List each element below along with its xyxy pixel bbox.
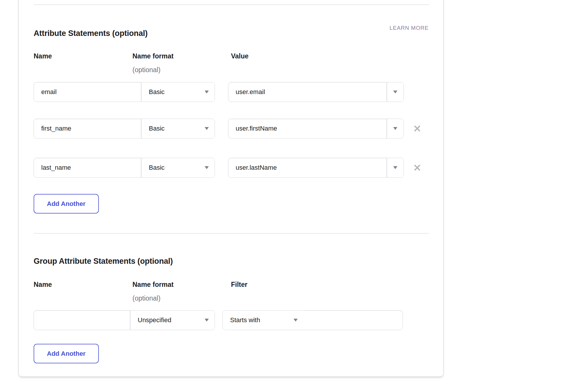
group-name-format-select[interactable]: Unspecified bbox=[130, 311, 215, 330]
close-icon bbox=[413, 124, 422, 133]
filter-type-select[interactable]: Starts with bbox=[223, 311, 303, 330]
chevron-down-icon bbox=[205, 166, 209, 169]
attribute-row: Basic bbox=[34, 119, 422, 138]
saml-settings-card: Attribute Statements (optional) LEARN MO… bbox=[18, 0, 444, 377]
chevron-down-icon bbox=[393, 127, 397, 130]
column-header-filter: Filter bbox=[231, 281, 247, 289]
saml-settings-page: Attribute Statements (optional) LEARN MO… bbox=[0, 0, 583, 392]
value-dropdown-toggle[interactable] bbox=[387, 82, 403, 102]
name-and-format-group: Unspecified bbox=[34, 310, 215, 330]
name-format-select[interactable]: Basic bbox=[141, 82, 215, 102]
section-divider bbox=[34, 4, 429, 5]
section-divider bbox=[34, 233, 429, 234]
chevron-down-icon bbox=[205, 127, 209, 130]
column-header-optional-hint: (optional) bbox=[132, 294, 161, 302]
chevron-down-icon bbox=[393, 166, 397, 169]
attribute-value-input[interactable] bbox=[228, 82, 387, 102]
name-format-select[interactable]: Basic bbox=[141, 119, 215, 138]
add-another-group-attribute-button[interactable]: Add Another bbox=[34, 344, 99, 363]
column-header-name-format: Name format bbox=[132, 52, 174, 60]
remove-row-button[interactable] bbox=[412, 162, 422, 173]
group-name-input[interactable] bbox=[34, 311, 130, 330]
add-another-attribute-button[interactable]: Add Another bbox=[34, 194, 99, 214]
column-header-value: Value bbox=[231, 52, 249, 60]
value-combobox bbox=[228, 158, 404, 178]
chevron-down-icon bbox=[294, 319, 298, 322]
group-attribute-row: Unspecified Starts with bbox=[34, 310, 403, 330]
close-icon bbox=[413, 163, 422, 172]
value-combobox bbox=[228, 82, 404, 102]
attribute-row: Basic bbox=[34, 82, 404, 102]
name-and-format-group: Basic bbox=[34, 119, 215, 138]
attribute-name-input[interactable] bbox=[34, 119, 141, 138]
name-format-select-value: Basic bbox=[142, 125, 165, 132]
remove-row-button[interactable] bbox=[412, 123, 422, 134]
chevron-down-icon bbox=[205, 91, 209, 93]
attribute-name-input[interactable] bbox=[34, 158, 141, 177]
name-format-select-value: Unspecified bbox=[130, 316, 171, 324]
chevron-down-icon bbox=[205, 319, 209, 322]
attribute-value-input[interactable] bbox=[228, 158, 387, 177]
attribute-name-input[interactable] bbox=[34, 82, 141, 102]
column-header-name: Name bbox=[34, 281, 52, 289]
name-format-select-value: Basic bbox=[142, 164, 165, 171]
name-and-format-group: Basic bbox=[34, 82, 215, 102]
column-header-name-format: Name format bbox=[132, 281, 174, 289]
attribute-statements-title: Attribute Statements (optional) bbox=[34, 29, 148, 38]
name-format-select[interactable]: Basic bbox=[141, 158, 215, 177]
name-format-select-value: Basic bbox=[142, 88, 165, 96]
value-dropdown-toggle[interactable] bbox=[387, 158, 403, 177]
attribute-value-input[interactable] bbox=[228, 119, 387, 138]
column-header-name: Name bbox=[34, 52, 52, 60]
learn-more-link[interactable]: LEARN MORE bbox=[389, 25, 429, 31]
value-dropdown-toggle[interactable] bbox=[387, 119, 403, 138]
group-attribute-statements-title: Group Attribute Statements (optional) bbox=[34, 257, 173, 266]
chevron-down-icon bbox=[393, 91, 397, 93]
value-combobox bbox=[228, 119, 404, 138]
name-and-format-group: Basic bbox=[34, 158, 215, 178]
filter-group: Starts with bbox=[222, 310, 403, 330]
filter-value-input[interactable] bbox=[303, 311, 403, 330]
column-header-optional-hint: (optional) bbox=[132, 66, 161, 74]
filter-type-select-value: Starts with bbox=[223, 316, 260, 324]
attribute-row: Basic bbox=[34, 158, 422, 178]
